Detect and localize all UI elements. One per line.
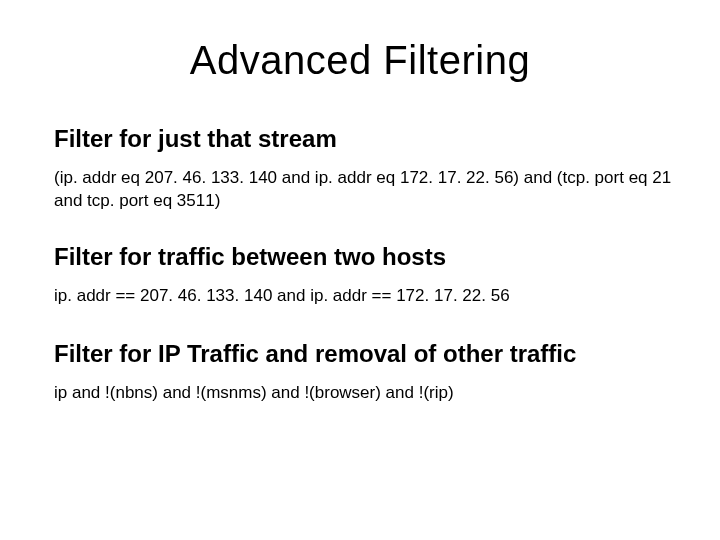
section-body-3: ip and !(nbns) and !(msnms) and !(browse… xyxy=(54,382,672,405)
section-body-1: (ip. addr eq 207. 46. 133. 140 and ip. a… xyxy=(54,167,672,213)
slide-content: Filter for just that stream (ip. addr eq… xyxy=(48,125,672,405)
slide-title: Advanced Filtering xyxy=(48,38,672,83)
section-heading-1: Filter for just that stream xyxy=(54,125,672,153)
section-heading-3: Filter for IP Traffic and removal of oth… xyxy=(54,340,672,368)
section-body-2: ip. addr == 207. 46. 133. 140 and ip. ad… xyxy=(54,285,672,308)
section-heading-2: Filter for traffic between two hosts xyxy=(54,243,672,271)
